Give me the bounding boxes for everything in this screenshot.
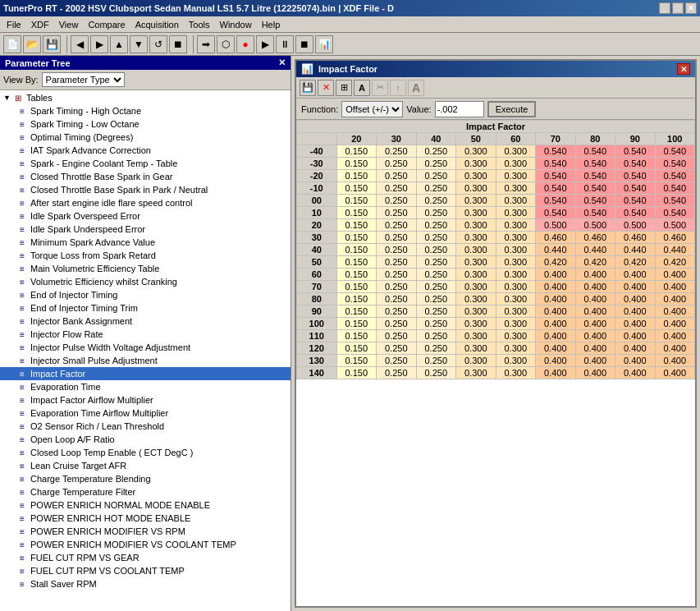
cell-4-5[interactable]: 0.540: [536, 195, 576, 207]
cell-17-3[interactable]: 0.300: [456, 355, 496, 367]
down-button[interactable]: ▼: [130, 35, 148, 53]
cell-12-1[interactable]: 0.250: [377, 293, 417, 306]
tree-item-21[interactable]: ≡ Evaporation Time: [0, 380, 291, 393]
cell-9-4[interactable]: 0.300: [496, 256, 536, 269]
cell-9-3[interactable]: 0.300: [456, 256, 496, 269]
cell-6-3[interactable]: 0.300: [456, 219, 496, 232]
tree-item-0[interactable]: ≡ Spark Timing - High Octane: [0, 104, 291, 117]
cell-1-2[interactable]: 0.250: [416, 158, 456, 170]
cell-17-7[interactable]: 0.400: [615, 355, 656, 367]
cell-4-3[interactable]: 0.300: [456, 195, 496, 207]
cell-7-8[interactable]: 0.460: [655, 232, 695, 244]
log-button[interactable]: 📊: [315, 35, 333, 53]
cell-4-4[interactable]: 0.300: [496, 195, 536, 207]
cell-7-3[interactable]: 0.300: [456, 232, 496, 244]
cell-17-4[interactable]: 0.300: [496, 355, 536, 367]
tree-item-2[interactable]: ≡ Optimal Timing (Degrees): [0, 131, 291, 144]
cell-4-0[interactable]: 0.150: [336, 195, 377, 207]
cell-16-0[interactable]: 0.150: [336, 342, 377, 355]
function-select[interactable]: Offset (+/-): [341, 101, 403, 117]
tree-item-27[interactable]: ≡ Lean Cruise Target AFR: [0, 459, 291, 472]
cell-15-5[interactable]: 0.400: [536, 330, 576, 342]
cell-6-4[interactable]: 0.300: [496, 219, 536, 232]
maximize-button[interactable]: □: [672, 2, 684, 14]
tree-item-6[interactable]: ≡ Closed Throttle Base Spark in Park / N…: [0, 183, 291, 196]
cell-2-0[interactable]: 0.150: [336, 170, 377, 182]
play-button[interactable]: ▶: [256, 35, 274, 53]
cell-13-0[interactable]: 0.150: [336, 306, 377, 318]
tree-item-26[interactable]: ≡ Closed Loop Temp Enable ( ECT DegC ): [0, 446, 291, 459]
tree-item-36[interactable]: ≡ Stall Saver RPM: [0, 577, 291, 590]
tree-item-22[interactable]: ≡ Impact Factor Airflow Multiplier: [0, 393, 291, 407]
menu-tools[interactable]: Tools: [184, 18, 215, 31]
cell-8-2[interactable]: 0.250: [416, 244, 456, 256]
cell-16-6[interactable]: 0.400: [575, 342, 615, 355]
cell-14-7[interactable]: 0.400: [615, 318, 656, 330]
cell-3-0[interactable]: 0.150: [336, 182, 377, 195]
cell-17-6[interactable]: 0.400: [575, 355, 615, 367]
cell-8-8[interactable]: 0.440: [655, 244, 695, 256]
tree-item-11[interactable]: ≡ Torque Loss from Spark Retard: [0, 249, 291, 262]
cell-12-7[interactable]: 0.400: [615, 293, 656, 306]
cell-13-6[interactable]: 0.400: [575, 306, 615, 318]
cell-5-1[interactable]: 0.250: [377, 207, 417, 219]
execute-button[interactable]: Execute: [487, 101, 537, 117]
cell-7-6[interactable]: 0.460: [575, 232, 615, 244]
undo-icon-button[interactable]: ✕: [318, 80, 334, 96]
cell-15-4[interactable]: 0.300: [496, 330, 536, 342]
cell-4-6[interactable]: 0.540: [575, 195, 615, 207]
cell-16-7[interactable]: 0.400: [615, 342, 656, 355]
menu-view[interactable]: View: [54, 18, 84, 31]
cell-16-4[interactable]: 0.300: [496, 342, 536, 355]
tree-item-25[interactable]: ≡ Open Loop A/F Ratio: [0, 433, 291, 446]
view-by-select[interactable]: Parameter Type: [42, 72, 125, 87]
up-button[interactable]: ▲: [110, 35, 128, 53]
cell-5-0[interactable]: 0.150: [336, 207, 377, 219]
menu-xdf[interactable]: XDF: [26, 18, 54, 31]
cell-17-2[interactable]: 0.250: [416, 355, 456, 367]
cell-10-6[interactable]: 0.400: [575, 269, 615, 281]
cell-12-4[interactable]: 0.300: [496, 293, 536, 306]
tree-item-16[interactable]: ≡ Injector Bank Assignment: [0, 315, 291, 328]
cell-7-0[interactable]: 0.150: [336, 232, 377, 244]
cell-9-7[interactable]: 0.420: [615, 256, 656, 269]
cell-11-8[interactable]: 0.400: [655, 281, 695, 293]
cell-3-6[interactable]: 0.540: [575, 182, 615, 195]
menu-help[interactable]: Help: [257, 18, 286, 31]
cell-5-6[interactable]: 0.540: [575, 207, 615, 219]
menu-file[interactable]: File: [2, 18, 26, 31]
tree-item-34[interactable]: ≡ FUEL CUT RPM VS GEAR: [0, 551, 291, 564]
tree-item-24[interactable]: ≡ O2 Sensor Rich / Lean Threshold: [0, 420, 291, 433]
cell-18-8[interactable]: 0.400: [655, 367, 695, 379]
cell-0-2[interactable]: 0.250: [416, 145, 456, 158]
cell-8-4[interactable]: 0.300: [496, 244, 536, 256]
cell-5-4[interactable]: 0.300: [496, 207, 536, 219]
menu-acquisition[interactable]: Acquisition: [130, 18, 184, 31]
cell-15-6[interactable]: 0.400: [575, 330, 615, 342]
cell-5-2[interactable]: 0.250: [416, 207, 456, 219]
cell-18-6[interactable]: 0.400: [575, 367, 615, 379]
font-icon-button[interactable]: A: [354, 80, 370, 96]
cell-11-4[interactable]: 0.300: [496, 281, 536, 293]
cell-11-0[interactable]: 0.150: [336, 281, 377, 293]
cell-11-5[interactable]: 0.400: [536, 281, 576, 293]
cell-0-4[interactable]: 0.300: [496, 145, 536, 158]
cell-0-7[interactable]: 0.540: [615, 145, 656, 158]
cell-6-8[interactable]: 0.500: [655, 219, 695, 232]
cell-9-1[interactable]: 0.250: [377, 256, 417, 269]
cell-14-5[interactable]: 0.400: [536, 318, 576, 330]
cell-10-5[interactable]: 0.400: [536, 269, 576, 281]
cell-2-7[interactable]: 0.540: [615, 170, 656, 182]
cell-16-1[interactable]: 0.250: [377, 342, 417, 355]
tree-item-31[interactable]: ≡ POWER ENRICH HOT MODE ENABLE: [0, 512, 291, 525]
param-tree-close[interactable]: ✕: [278, 57, 286, 68]
cell-18-0[interactable]: 0.150: [336, 367, 377, 379]
value-input[interactable]: -.002: [435, 101, 484, 117]
cell-8-6[interactable]: 0.440: [575, 244, 615, 256]
cell-3-1[interactable]: 0.250: [377, 182, 417, 195]
cell-2-1[interactable]: 0.250: [377, 170, 417, 182]
cell-10-7[interactable]: 0.400: [615, 269, 656, 281]
cell-9-5[interactable]: 0.420: [536, 256, 576, 269]
save-icon-button[interactable]: 💾: [300, 80, 316, 96]
cell-6-6[interactable]: 0.500: [575, 219, 615, 232]
